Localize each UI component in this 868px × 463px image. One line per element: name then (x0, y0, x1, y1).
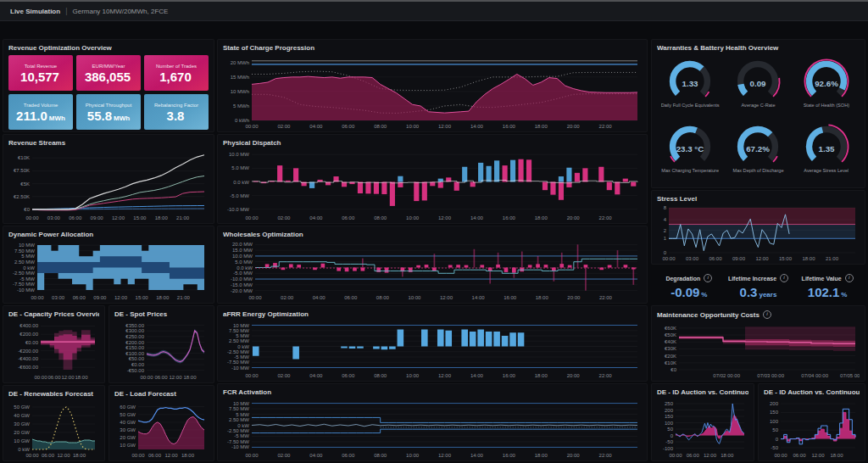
panel-title[interactable]: DE - Load Forecast (114, 390, 209, 398)
stat-tile-traded-volume[interactable]: Traded Volume 211.0MWh (8, 94, 73, 130)
panel-title[interactable]: DE - Capacity Prices Overview [EUR... (8, 310, 99, 318)
panel-title[interactable]: Maintenance Opportunity Costs (657, 311, 760, 319)
svg-text:0 kW: 0 kW (18, 447, 30, 452)
svg-text:-7.50 MW: -7.50 MW (227, 360, 249, 365)
panel-title[interactable]: DE - Spot Prices (114, 310, 209, 318)
svg-text:-2.50 MW: -2.50 MW (227, 349, 249, 354)
svg-text:14:00: 14:00 (470, 373, 484, 378)
svg-text:€400.00: €400.00 (19, 323, 38, 328)
panel-title[interactable]: DE - ID Auction vs. Continuous (quar... (657, 388, 748, 396)
svg-text:€2.50K: €2.50K (14, 194, 30, 199)
svg-text:7.50 MW: 7.50 MW (229, 328, 249, 333)
svg-text:2: 2 (664, 228, 667, 233)
info-icon[interactable]: i (845, 274, 854, 282)
svg-text:15.0 MW: 15.0 MW (232, 248, 253, 253)
stat-value: 1,670 (159, 70, 193, 83)
svg-text:00:00: 00:00 (131, 453, 145, 458)
svg-text:14:00: 14:00 (470, 215, 484, 220)
panel-title[interactable]: Physical Dispatch (223, 139, 642, 147)
stat-lifetime-value: Lifetime Valuei 102.1% (794, 274, 860, 298)
gauge-daily-full-cycle-equivalents[interactable]: 1.33 Daily Full Cycle Equivalents (657, 57, 723, 120)
svg-text:30 GW: 30 GW (14, 421, 30, 427)
panel-title[interactable]: Dynamic Power Allocation (8, 231, 209, 238)
gauge-average-c-rate[interactable]: 0.09 Average C-Rate (725, 57, 791, 120)
svg-text:-20.0 MW: -20.0 MW (231, 288, 253, 293)
svg-text:18:00: 18:00 (802, 256, 815, 261)
svg-text:18:00: 18:00 (181, 453, 195, 458)
capacity-prices-chart[interactable]: €400.00€200.00€0.00-€200.00-€400.00-€600… (8, 320, 99, 381)
panel-title[interactable]: State of Charge Progression (223, 44, 642, 52)
svg-text:-100: -100 (663, 446, 674, 451)
svg-text:250: 250 (665, 401, 674, 406)
panel-dynamic-power-allocation: Dynamic Power Allocation 10 MW7.50 MW5 M… (3, 226, 214, 304)
svg-text:10 MW: 10 MW (19, 243, 35, 248)
panel-title[interactable]: Stress Level (657, 195, 860, 203)
svg-text:12:00: 12:00 (438, 453, 452, 458)
id-auction-hour-chart[interactable]: 200150100500-5000:0006:0012:0018:00 (764, 398, 860, 459)
svg-text:€0: €0 (24, 207, 30, 212)
svg-text:-10 MW: -10 MW (17, 287, 35, 293)
svg-text:50 GW: 50 GW (14, 404, 30, 410)
svg-text:2.50 MW: 2.50 MW (229, 417, 249, 422)
svg-text:20 MWh: 20 MWh (231, 60, 249, 65)
stat-tile-number-of-trades[interactable]: Number of Trades 1,670 (144, 55, 209, 91)
panel-state-of-charge: State of Charge Progression 20 MWh15 MWh… (217, 39, 648, 132)
stress-level-chart[interactable]: 8421000:0003:0006:0009:0012:0015:0018:00… (657, 204, 860, 262)
panel-load-forecast: DE - Load Forecast 60 GW50 GW40 GW30 GW2… (108, 385, 214, 461)
fcr-activation-chart[interactable]: 10 MW7.50 MW5 MW2.50 MW0 kW-2.50 MW-5 MW… (223, 398, 642, 459)
svg-text:09:00: 09:00 (91, 215, 104, 220)
state-of-charge-chart[interactable]: 20 MWh15 MWh10 MWh5 MWh0 kWh00:0002:0004… (223, 53, 642, 130)
svg-text:20 GW: 20 GW (120, 435, 136, 440)
panel-title[interactable]: FCR Activation (223, 388, 642, 396)
afrr-energy-optimization-chart[interactable]: 10 MW7.50 MW5 MW2.50 MW0 kW-2.50 MW-5 MW… (223, 320, 642, 379)
gauge-max-depth-of-discharge[interactable]: 67.2% Max Depth of Discharge (725, 122, 791, 186)
svg-text:00:00: 00:00 (774, 453, 787, 458)
svg-text:06:00: 06:00 (148, 453, 162, 458)
stat-tile-rebalancing-factor[interactable]: Rebalancing Factor 3.8 (144, 94, 209, 130)
svg-text:10 GW: 10 GW (14, 438, 30, 443)
svg-text:30 GW: 30 GW (120, 427, 136, 432)
revenue-streams-chart[interactable]: €10K€7.50K€5K€2.50K€000:0003:0006:0009:0… (8, 148, 209, 221)
stat-tile-eur-mw-year[interactable]: EUR/MW/Year 386,055 (76, 55, 141, 91)
spot-prices-chart[interactable]: €350.00€300.00€250.00€200.00€150.00€100.… (114, 320, 209, 381)
svg-text:1: 1 (664, 236, 667, 241)
wholesales-optimization-chart[interactable]: 20.0 MW15.0 MW10.0 MW5.0 MW0.0 kW-5.0 MW… (223, 240, 642, 301)
panel-title[interactable]: Warranties & Battery Health Overview (657, 44, 860, 52)
svg-text:16:00: 16:00 (503, 373, 516, 378)
panel-revenue-streams: Revenue Streams €10K€7.50K€5K€2.50K€000:… (3, 134, 214, 224)
svg-text:12:00: 12:00 (440, 295, 453, 300)
gauge-label: Max Depth of Discharge (732, 168, 783, 173)
info-icon[interactable]: i (763, 310, 771, 319)
panel-title[interactable]: Wholesales Optimization (223, 231, 642, 238)
id-auction-quarter-chart[interactable]: 250200150100500-50-10000:0006:0012:0018:… (657, 398, 748, 459)
top-bar: Live Simulation | Germany 10MW/20MWh, 2F… (0, 2, 868, 21)
dynamic-power-allocation-chart[interactable]: 10 MW7.50 MW5 MW2.50 MW0 kW-2.50 MW-5 MW… (8, 240, 209, 301)
panel-title[interactable]: Revenue Optimization Overview (8, 44, 209, 52)
physical-dispatch-chart[interactable]: 10.0 MW5.0 MW0.0 kW-5.0 MW-10.0 MW00:000… (223, 148, 642, 221)
panel-title[interactable]: DE - Renewables Forecast (8, 390, 99, 398)
svg-text:200: 200 (770, 401, 779, 406)
title-separator: | (65, 7, 67, 15)
stat-tile-total-revenue[interactable]: Total Revenue 10,577 (8, 55, 73, 91)
svg-text:10:00: 10:00 (406, 373, 420, 378)
svg-text:4: 4 (664, 217, 667, 222)
gauge-average-stress-level[interactable]: 1.35 Average Stress Level (793, 122, 860, 186)
load-forecast-chart[interactable]: 60 GW50 GW40 GW30 GW20 GW10 GW00:0006:00… (114, 399, 209, 459)
svg-text:10:00: 10:00 (406, 453, 420, 458)
gauge-label: Max Charging Temperature (661, 168, 719, 173)
gauge-state-of-health[interactable]: 92.6% State of Health (SOH) (793, 57, 860, 120)
stat-value: 3.8 (167, 109, 186, 122)
panel-title[interactable]: aFRR Energy Optimization (223, 310, 642, 318)
svg-text:00:00: 00:00 (31, 295, 44, 300)
stat-tile-physical-throughput[interactable]: Physical Throughput 55.8MWh (76, 94, 141, 130)
info-icon[interactable]: i (780, 274, 788, 282)
svg-text:03:00: 03:00 (52, 295, 65, 300)
renewables-forecast-chart[interactable]: 50 GW40 GW30 GW20 GW10 GW0 kW00:0006:001… (8, 399, 99, 459)
info-icon[interactable]: i (704, 274, 712, 282)
panel-title[interactable]: DE - ID Auction vs. Continuous (hour... (764, 388, 860, 396)
svg-text:5 MW: 5 MW (236, 333, 249, 338)
panel-title[interactable]: Revenue Streams (8, 139, 209, 147)
svg-text:12:00: 12:00 (112, 215, 125, 220)
gauge-max-charging-temperature[interactable]: 23.3 °C Max Charging Temperature (657, 122, 723, 186)
maintenance-costs-chart[interactable]: €60K€50K€40K€30K€20K€10K€007/02 00:0007/… (657, 321, 860, 379)
